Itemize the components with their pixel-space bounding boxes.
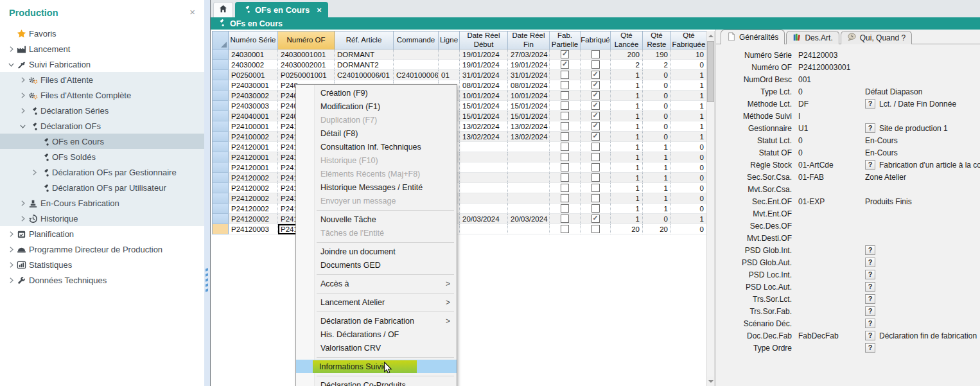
cell-fab-partielle[interactable] bbox=[550, 162, 581, 173]
cell-fabrique[interactable] bbox=[581, 101, 611, 111]
header-qte-lancee[interactable]: Qté Lancée bbox=[611, 31, 643, 49]
row-selector[interactable] bbox=[213, 91, 229, 101]
tab-close-icon[interactable]: × bbox=[317, 5, 322, 15]
context-menu-item[interactable]: Tâches de l'Entité bbox=[296, 226, 457, 240]
cell-qte-reste[interactable]: 0 bbox=[643, 111, 671, 121]
cell-qte-reste[interactable]: 1 bbox=[643, 193, 671, 204]
context-menu-item[interactable] bbox=[296, 272, 457, 277]
context-menu-item[interactable]: Historique (F10) bbox=[296, 154, 457, 167]
cell-fabrique[interactable] bbox=[581, 49, 611, 60]
panel-tab[interactable]: Généralités bbox=[721, 30, 785, 44]
cell-date-fin[interactable]: 13/02/2024 bbox=[508, 121, 550, 132]
cell-numero-serie[interactable]: P24030002 bbox=[229, 91, 278, 101]
expander-chevron-icon[interactable] bbox=[5, 28, 17, 39]
cell-qte-lancee[interactable]: 200 bbox=[611, 49, 643, 60]
cell-numero-of[interactable]: 24030002001 bbox=[278, 60, 335, 70]
help-button[interactable]: ? bbox=[865, 319, 875, 328]
cell-qte-reste[interactable]: 20 bbox=[643, 224, 671, 234]
header-numero-serie[interactable]: Numéro Série bbox=[229, 31, 278, 49]
row-selector[interactable] bbox=[213, 49, 229, 60]
row-selector[interactable] bbox=[213, 121, 229, 132]
row-selector[interactable] bbox=[213, 142, 229, 152]
cell-date-debut[interactable]: 20/03/2024 bbox=[460, 214, 508, 224]
cell-qte-fabriquee[interactable]: 0 bbox=[671, 183, 707, 193]
cell-fab-partielle[interactable] bbox=[550, 101, 581, 111]
expander-chevron-icon[interactable] bbox=[17, 198, 28, 208]
panel-tab[interactable]: Des.Art. bbox=[786, 31, 839, 44]
cell-fabrique[interactable] bbox=[581, 214, 611, 224]
cell-fabrique[interactable] bbox=[581, 60, 611, 70]
cell-qte-reste[interactable]: 1 bbox=[643, 152, 671, 162]
header-qte-reste[interactable]: Qté Reste bbox=[643, 31, 671, 49]
table-row[interactable]: P24120002 P241 1 1 0 bbox=[213, 183, 707, 193]
table-row[interactable]: P24120002 P241 1 1 0 bbox=[213, 193, 707, 204]
row-selector[interactable] bbox=[213, 132, 229, 142]
cell-date-fin[interactable] bbox=[508, 142, 550, 152]
cell-date-debut[interactable] bbox=[460, 183, 508, 193]
cell-qte-fabriquee[interactable]: 0 bbox=[671, 204, 707, 214]
row-selector[interactable] bbox=[213, 193, 229, 204]
cell-fabrique[interactable] bbox=[581, 224, 611, 234]
scrollbar-thumb[interactable] bbox=[707, 41, 714, 102]
expander-chevron-icon[interactable] bbox=[17, 90, 28, 100]
table-row[interactable]: P24120001 P241 1 1 0 bbox=[213, 162, 707, 173]
cell-qte-fabriquee[interactable]: 1 bbox=[671, 101, 707, 111]
help-button[interactable]: ? bbox=[865, 270, 875, 279]
header-date-reel-fin[interactable]: Date Réel Fin bbox=[508, 31, 550, 49]
cell-qte-lancee[interactable]: 20 bbox=[611, 224, 643, 234]
cell-fab-partielle[interactable] bbox=[550, 142, 581, 152]
help-button[interactable]: ? bbox=[865, 245, 875, 255]
cell-fab-partielle[interactable] bbox=[550, 91, 581, 101]
expander-chevron-icon[interactable] bbox=[5, 229, 17, 239]
cell-commande[interactable]: C240100006 bbox=[394, 70, 439, 80]
context-menu-item[interactable] bbox=[296, 290, 457, 295]
cell-qte-lancee[interactable]: 1 bbox=[611, 173, 643, 183]
cell-numero-serie[interactable]: P24100001 bbox=[229, 121, 278, 132]
cell-commande[interactable] bbox=[394, 60, 439, 70]
context-menu-item[interactable] bbox=[296, 373, 457, 378]
cell-date-debut[interactable]: 31/01/2024 bbox=[460, 70, 508, 80]
cell-qte-reste[interactable]: 0 bbox=[643, 214, 671, 224]
cell-numero-serie[interactable]: P24120001 bbox=[229, 142, 278, 152]
cell-fabrique[interactable] bbox=[581, 162, 611, 173]
cell-date-debut[interactable]: 15/01/2024 bbox=[460, 101, 508, 111]
header-qte-fabriquee[interactable]: Qté Fabriquée bbox=[671, 31, 707, 49]
cell-numero-serie[interactable]: P24120002 bbox=[229, 193, 278, 204]
sidebar-tree-item[interactable]: OFs Soldés bbox=[0, 149, 204, 164]
cell-numero-serie[interactable]: P24120002 bbox=[229, 173, 278, 183]
table-row[interactable]: P24030003 P240 15/01/2024 15/01/2024 1 0… bbox=[213, 101, 707, 111]
cell-qte-lancee[interactable]: 1 bbox=[611, 132, 643, 142]
cell-fabrique[interactable] bbox=[581, 80, 611, 91]
sidebar-tree-item[interactable]: Suivi Fabrication bbox=[0, 57, 204, 72]
cell-numero-of[interactable]: P0250001001 bbox=[278, 70, 335, 80]
row-selector[interactable] bbox=[213, 101, 229, 111]
cell-numero-serie[interactable]: P24030001 bbox=[229, 80, 278, 91]
cell-fab-partielle[interactable] bbox=[550, 60, 581, 70]
cell-numero-serie[interactable]: P0250001 bbox=[229, 70, 278, 80]
row-selector[interactable] bbox=[213, 111, 229, 121]
cell-numero-serie[interactable]: P24120003 bbox=[229, 224, 278, 234]
cell-fab-partielle[interactable] bbox=[550, 111, 581, 121]
cell-fabrique[interactable] bbox=[581, 173, 611, 183]
cell-qte-fabriquee[interactable]: 0 bbox=[671, 60, 707, 70]
cell-ref-article[interactable]: C240100006/01 bbox=[335, 70, 394, 80]
cell-qte-reste[interactable]: 2 bbox=[643, 60, 671, 70]
cell-numero-of[interactable]: 24030001001 bbox=[278, 49, 335, 60]
cell-numero-serie[interactable]: P24040001 bbox=[229, 111, 278, 121]
cell-qte-lancee[interactable]: 1 bbox=[611, 91, 643, 101]
help-button[interactable]: ? bbox=[865, 282, 875, 292]
cell-fab-partielle[interactable] bbox=[550, 121, 581, 132]
cell-qte-reste[interactable]: 1 bbox=[643, 162, 671, 173]
context-menu-item[interactable]: Accès à bbox=[296, 277, 457, 290]
expander-chevron-icon[interactable] bbox=[28, 167, 40, 177]
row-selector[interactable] bbox=[213, 162, 229, 173]
context-menu-item[interactable]: Valorisation CRV bbox=[296, 341, 457, 355]
expander-chevron-icon[interactable] bbox=[5, 275, 17, 285]
context-menu-item[interactable]: Déclaration de Fabrication bbox=[296, 314, 457, 328]
sidebar-tree-item[interactable]: Données Techniques bbox=[0, 272, 204, 288]
cell-date-fin[interactable]: 27/03/2024 bbox=[508, 49, 550, 60]
cell-ligne[interactable] bbox=[439, 60, 460, 70]
header-fabrique[interactable]: Fabriqué bbox=[581, 31, 611, 49]
cell-qte-lancee[interactable]: 1 bbox=[611, 214, 643, 224]
sidebar-tree-item[interactable]: Déclaration Séries bbox=[0, 103, 204, 118]
